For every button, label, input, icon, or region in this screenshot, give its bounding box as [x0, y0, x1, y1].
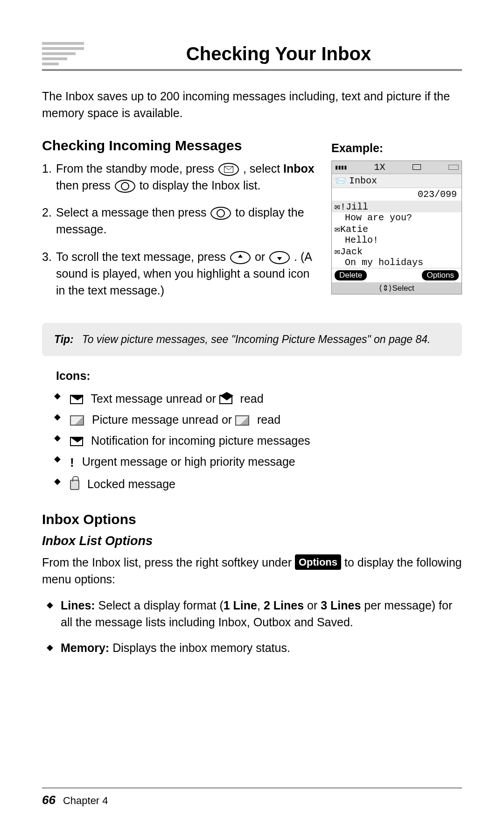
icon-desc-text: Text message unread or read	[70, 388, 462, 409]
inbox-item: ✉Jack	[332, 245, 462, 257]
icons-heading: Icons:	[56, 369, 462, 383]
lock-icon	[70, 480, 79, 490]
network-label: 1X	[374, 162, 385, 173]
message-counter: 023/099	[332, 188, 462, 201]
softkey-options: Options	[422, 270, 459, 280]
read-picture-icon	[235, 415, 249, 426]
inbox-icon: 📨	[335, 175, 346, 187]
chapter-label: Chapter 4	[63, 795, 108, 807]
urgent-icon: !	[70, 452, 74, 474]
icon-desc-picture: Picture message unread or read	[70, 409, 462, 430]
softkey-delete: Delete	[335, 270, 367, 280]
page-number: 66	[42, 793, 56, 807]
tip-label: Tip:	[54, 331, 74, 348]
phone-status-bar: ▮▮▮▮ 1X	[332, 161, 462, 174]
page-header: Checking Your Inbox	[42, 42, 462, 65]
phone-screen-title: 📨 Inbox	[332, 174, 462, 188]
softkey-row: Delete Options	[332, 268, 462, 282]
page-footer: 66 Chapter 4	[42, 788, 462, 807]
inbox-item-preview: How are you?	[332, 212, 462, 223]
option-lines: Lines: Select a display format (1 Line, …	[61, 597, 462, 631]
message-key-icon	[218, 163, 239, 176]
message-indicator-icon	[413, 164, 421, 170]
unread-picture-icon	[70, 415, 84, 426]
step-1: 1. From the standby mode, press , se­lec…	[56, 160, 317, 194]
icon-desc-urgent: ! Urgent message or high priority messag…	[70, 451, 462, 474]
battery-icon	[448, 165, 459, 170]
step-2: 2. Select a message then press to dis­pl…	[56, 204, 317, 238]
inbox-item-preview: Hello!	[332, 235, 462, 245]
signal-icon: ▮▮▮▮	[335, 163, 347, 171]
page-title: Checking Your Inbox	[95, 43, 462, 64]
options-list: Lines: Select a display format (1 Line, …	[42, 597, 462, 656]
options-softkey-pill: Options	[295, 554, 341, 570]
section-heading-options: Inbox Options	[42, 511, 462, 527]
read-text-icon	[219, 395, 232, 404]
nav-hint: ⟨⇕⟩Select	[332, 282, 462, 294]
inbox-item-preview: On my holidays	[332, 257, 462, 268]
icon-desc-notification: Notification for incoming picture messag…	[70, 430, 462, 451]
title-divider	[42, 69, 462, 71]
down-key-icon	[269, 251, 290, 264]
subsection-heading: Inbox List Options	[42, 534, 462, 548]
tip-text: To view picture messages, see "Incoming …	[82, 331, 431, 348]
section-heading-incoming: Checking Incoming Messages	[42, 138, 317, 154]
unread-text-icon	[70, 395, 83, 404]
phone-screenshot: ▮▮▮▮ 1X 📨 Inbox 023/099 ✉!Jill How are y…	[331, 161, 462, 294]
option-memory: Memory: Displays the inbox memory status…	[61, 639, 462, 656]
inbox-item: ✉Katie	[332, 223, 462, 235]
center-key-icon	[210, 207, 231, 220]
up-key-icon	[230, 251, 251, 264]
icon-desc-locked: Locked message	[70, 474, 462, 495]
header-decoration-icon	[42, 42, 84, 65]
options-intro: From the Inbox list, press the right sof…	[42, 554, 462, 588]
tip-box: Tip: To view picture messages, see "Inco…	[42, 323, 462, 356]
steps-list: 1. From the standby mode, press , se­lec…	[42, 160, 317, 299]
inbox-item: ✉!Jill	[332, 201, 462, 212]
intro-paragraph: The Inbox saves up to 200 incoming messa…	[42, 88, 462, 122]
icons-list: Text message unread or read Picture mess…	[42, 388, 462, 495]
step-3: 3. To scroll the text message, press or …	[56, 248, 317, 299]
center-key-icon	[115, 180, 135, 193]
notification-icon	[70, 437, 83, 446]
example-label: Example:	[331, 141, 462, 155]
